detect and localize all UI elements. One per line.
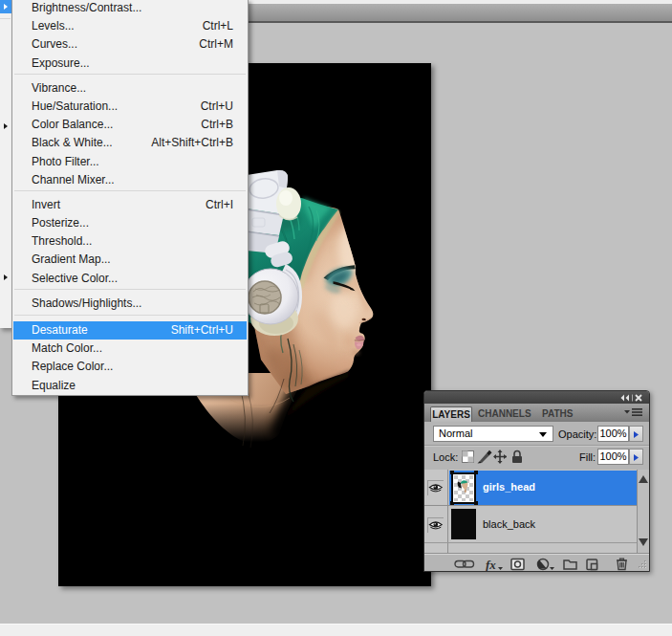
svg-text:fx: fx: [486, 558, 496, 572]
